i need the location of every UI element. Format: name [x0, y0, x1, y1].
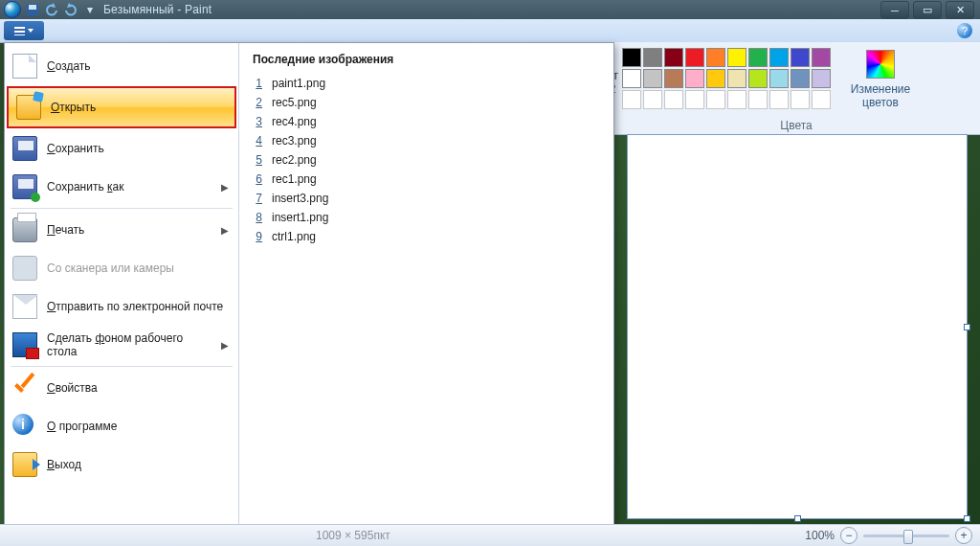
menu-item-properties[interactable]: Свойства	[5, 369, 238, 407]
custom-color-slot[interactable]	[791, 90, 810, 109]
custom-color-slot[interactable]	[748, 90, 768, 109]
recent-index: 9	[253, 230, 262, 243]
file-menu-dropdown: Создать Открыть Сохранить Сохранить как …	[4, 42, 614, 527]
color-swatch[interactable]	[622, 48, 641, 67]
color-swatch[interactable]	[812, 69, 831, 88]
close-button[interactable]: ✕	[946, 1, 974, 19]
recent-filename: insert3.png	[272, 192, 328, 205]
color-swatch[interactable]	[706, 69, 725, 88]
menu-item-about[interactable]: i О программе	[5, 407, 238, 445]
recent-index: 5	[253, 153, 262, 167]
new-file-icon	[12, 54, 37, 79]
recent-file-item[interactable]: 3rec4.png	[253, 112, 600, 131]
custom-color-slot[interactable]	[812, 90, 831, 109]
recent-index: 1	[253, 77, 262, 90]
rainbow-icon	[866, 50, 895, 79]
zoom-in-button[interactable]: +	[955, 527, 972, 544]
color-swatch[interactable]	[727, 48, 746, 67]
submenu-arrow-icon: ▶	[221, 182, 229, 193]
custom-color-slot[interactable]	[622, 90, 641, 109]
custom-color-slot[interactable]	[706, 90, 725, 109]
desktop-icon	[12, 332, 37, 357]
color-swatch[interactable]	[685, 69, 704, 88]
recent-file-item[interactable]: 2rec5.png	[253, 93, 600, 112]
menu-item-new[interactable]: Создать	[5, 47, 238, 85]
menu-item-print[interactable]: Печать ▶	[5, 211, 238, 249]
edit-colors-label: Изменение цветов	[846, 82, 915, 109]
help-button[interactable]: ?	[957, 23, 972, 38]
file-menu-commands: Создать Открыть Сохранить Сохранить как …	[5, 43, 239, 526]
qat-undo-button[interactable]	[44, 2, 59, 17]
zoom-slider[interactable]	[863, 535, 949, 537]
recent-file-item[interactable]: 1paint1.png	[253, 74, 600, 93]
recent-index: 2	[253, 96, 262, 109]
color-swatch[interactable]	[769, 48, 789, 67]
qat-redo-button[interactable]	[63, 2, 78, 17]
menu-label: Со сканера или камеры	[47, 262, 174, 275]
color-swatch[interactable]	[791, 48, 810, 67]
zoom-out-button[interactable]: −	[840, 527, 858, 544]
color-swatch[interactable]	[706, 48, 725, 67]
menu-item-save[interactable]: Сохранить	[5, 129, 238, 168]
menu-separator	[11, 208, 233, 209]
color-swatch[interactable]	[643, 69, 662, 88]
menu-label: Открыть	[51, 101, 96, 114]
edit-colors-button[interactable]: Изменение цветов	[846, 48, 915, 109]
mail-icon	[12, 294, 37, 319]
recent-file-item[interactable]: 6rec1.png	[253, 170, 600, 189]
qat-save-button[interactable]	[25, 2, 40, 17]
menu-label: Свойства	[47, 381, 98, 395]
resize-handle-se[interactable]	[964, 515, 970, 522]
color-swatch[interactable]	[791, 69, 810, 88]
color-swatch[interactable]	[748, 69, 768, 88]
recent-filename: ctrl1.png	[272, 230, 316, 243]
custom-color-slot[interactable]	[685, 90, 704, 109]
color-swatch[interactable]	[643, 48, 662, 67]
open-folder-icon	[16, 95, 41, 120]
color-swatch[interactable]	[812, 48, 831, 67]
menu-item-scanner: Со сканера или камеры	[5, 249, 238, 287]
menu-label: Сделать фоном рабочего стола	[47, 331, 212, 358]
svg-rect-1	[29, 5, 36, 10]
recent-filename: rec5.png	[272, 96, 317, 109]
status-bar: 1009 × 595пкт 100% − +	[0, 524, 980, 546]
recent-filename: paint1.png	[272, 77, 325, 90]
recent-file-item[interactable]: 7insert3.png	[253, 189, 600, 208]
recent-file-item[interactable]: 4rec3.png	[253, 131, 600, 150]
maximize-button[interactable]: ▭	[913, 1, 942, 19]
menu-item-exit[interactable]: Выход	[5, 445, 238, 484]
zoom-level: 100%	[805, 529, 835, 542]
qat-customize-button[interactable]: ▾	[82, 2, 98, 17]
custom-color-slot[interactable]	[727, 90, 746, 109]
recent-file-item[interactable]: 8insert1.png	[253, 208, 600, 227]
custom-color-slot[interactable]	[643, 90, 662, 109]
color-swatch[interactable]	[664, 48, 683, 67]
file-menu-button[interactable]	[4, 21, 44, 40]
color-swatch[interactable]	[769, 69, 789, 88]
menu-item-save-as[interactable]: Сохранить как ▶	[5, 168, 238, 206]
custom-color-slot[interactable]	[664, 90, 683, 109]
recent-file-item[interactable]: 9ctrl1.png	[253, 227, 600, 246]
file-menu-recent-pane: Последние изображения 1paint1.png2rec5.p…	[239, 43, 613, 526]
recent-file-item[interactable]: 5rec2.png	[253, 150, 600, 170]
exit-icon	[12, 452, 37, 477]
menu-label: О программе	[47, 420, 117, 433]
zoom-slider-thumb[interactable]	[903, 530, 913, 544]
color-swatch[interactable]	[664, 69, 683, 88]
menu-item-email[interactable]: Отправить по электронной почте	[5, 287, 238, 326]
resize-handle-s[interactable]	[794, 515, 801, 522]
color-swatches	[622, 48, 831, 109]
menu-separator	[11, 366, 233, 367]
color-swatch[interactable]	[727, 69, 746, 88]
minimize-button[interactable]: ─	[880, 1, 909, 19]
color-swatch[interactable]	[622, 69, 641, 88]
custom-color-slot[interactable]	[769, 90, 789, 109]
resize-handle-e[interactable]	[964, 324, 970, 330]
color-swatch[interactable]	[748, 48, 768, 67]
color-swatch[interactable]	[685, 48, 704, 67]
recent-index: 3	[253, 115, 262, 128]
menu-icon	[14, 27, 25, 35]
canvas[interactable]	[627, 134, 968, 519]
menu-item-wallpaper[interactable]: Сделать фоном рабочего стола ▶	[5, 326, 238, 364]
menu-item-open[interactable]: Открыть	[7, 86, 236, 128]
